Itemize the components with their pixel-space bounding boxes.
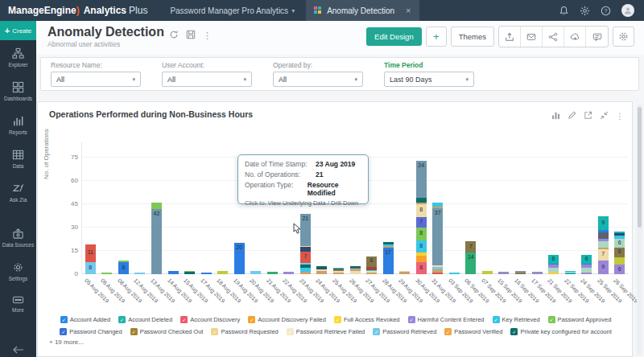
bar-segment-tan[interactable] bbox=[333, 273, 344, 274]
bar-18-aug-2019[interactable] bbox=[217, 271, 228, 274]
bar-segment-olive[interactable] bbox=[614, 257, 625, 265]
bar-segment-red[interactable]: 11 bbox=[85, 244, 96, 261]
sidebar-item-settings[interactable]: Settings bbox=[0, 254, 36, 288]
sidebar-item-more[interactable]: More bbox=[0, 288, 36, 319]
bar-segment-darkgray[interactable] bbox=[598, 232, 609, 239]
bar-segment-purple[interactable] bbox=[581, 273, 592, 274]
bar-segment-pink[interactable]: 8 bbox=[416, 262, 427, 274]
bar-22-aug-2019[interactable] bbox=[283, 272, 294, 274]
themes-button[interactable]: Themes bbox=[451, 27, 494, 47]
bar-14-aug-2019[interactable] bbox=[168, 271, 179, 274]
legend-checkbox-icon[interactable]: ✓ bbox=[60, 328, 67, 335]
bar-segment-tan[interactable] bbox=[316, 271, 327, 274]
bar-25-aug-2019[interactable] bbox=[333, 268, 344, 274]
tab-close-icon[interactable]: × bbox=[406, 6, 411, 15]
bar-segment-mint[interactable]: 6 bbox=[614, 239, 625, 248]
bar-segment-green[interactable] bbox=[151, 203, 162, 209]
legend-item-password-checked-out[interactable]: ✓Password Checked Out bbox=[130, 328, 204, 335]
bar-05-aug-2019[interactable]: 118 bbox=[85, 244, 96, 274]
sidebar-collapse-arrow-icon[interactable] bbox=[0, 346, 36, 354]
email-button[interactable] bbox=[521, 27, 543, 47]
bar-26-aug-2019[interactable] bbox=[350, 266, 361, 274]
legend-checkbox-icon[interactable]: ✓ bbox=[493, 316, 500, 323]
publish-cloud-button[interactable] bbox=[564, 27, 586, 47]
bar-segment-teal[interactable]: 9 bbox=[598, 216, 609, 230]
bar-segment-tan[interactable] bbox=[366, 273, 377, 274]
bar-24-sep-2019[interactable]: 6 bbox=[581, 255, 592, 274]
operated-by-select[interactable]: All▾ bbox=[273, 72, 363, 87]
comments-button[interactable] bbox=[586, 27, 608, 47]
legend-checkbox-icon[interactable]: ✓ bbox=[118, 316, 126, 323]
legend-checkbox-icon[interactable]: ✓ bbox=[373, 328, 380, 335]
legend-item-password-approved[interactable]: ✓Password Approved bbox=[548, 316, 612, 323]
edit-pencil-icon[interactable] bbox=[568, 109, 576, 123]
bar-segment-yellow[interactable] bbox=[548, 273, 559, 274]
sidebar-item-reports[interactable]: Reports bbox=[0, 108, 36, 142]
bar-07-sep-2019[interactable] bbox=[482, 271, 493, 274]
bar-06-aug-2019[interactable] bbox=[101, 273, 112, 274]
user-avatar[interactable] bbox=[621, 4, 634, 17]
bar-15-aug-2019[interactable] bbox=[184, 271, 195, 274]
legend-item-account-added[interactable]: ✓Account Added bbox=[60, 316, 110, 323]
bar-segment-orange[interactable] bbox=[416, 256, 427, 262]
bar-segment-indigo[interactable]: 7 bbox=[416, 217, 427, 228]
bar-segment-purple[interactable] bbox=[498, 273, 509, 274]
bar-segment-slate[interactable]: 37 bbox=[432, 208, 443, 266]
collapse-icon[interactable] bbox=[600, 109, 609, 123]
bar-20-aug-2019[interactable] bbox=[250, 271, 261, 274]
legend-more-link[interactable]: + 19 more... bbox=[49, 339, 84, 346]
bar-12-aug-2019[interactable] bbox=[134, 273, 145, 274]
bar-segment-teal[interactable]: 6 bbox=[581, 255, 592, 265]
bar-13-aug-2019[interactable]: 42 bbox=[151, 203, 162, 274]
bar-segment-tan[interactable] bbox=[399, 272, 410, 274]
bar-segment-khaki[interactable]: 6 bbox=[366, 256, 377, 266]
help-icon[interactable]: ? bbox=[601, 6, 611, 16]
bar-26-sep-2019[interactable]: 666 bbox=[614, 232, 625, 274]
legend-item-full-access-revoked[interactable]: ✓Full Access Revoked bbox=[334, 316, 400, 323]
bar-segment-green[interactable]: 8 bbox=[416, 228, 427, 240]
legend-checkbox-icon[interactable]: ✓ bbox=[444, 328, 452, 335]
bar-segment-cream[interactable]: 8 bbox=[416, 204, 427, 216]
bar-segment-purple[interactable] bbox=[283, 272, 294, 274]
bar-segment-slate[interactable]: 24 bbox=[416, 161, 427, 198]
legend-item-harmful-content-entered[interactable]: ✓Harmful Content Entered bbox=[408, 316, 485, 323]
legend-item-password-verified[interactable]: ✓Password Verified bbox=[444, 328, 502, 335]
bar-segment-emerald[interactable] bbox=[267, 272, 278, 274]
sidebar-item-explorer[interactable]: Explorer bbox=[0, 40, 36, 74]
notifications-bell-icon[interactable] bbox=[559, 6, 569, 16]
bar-segment-darkteal[interactable] bbox=[184, 272, 195, 274]
bar-segment-khaki[interactable] bbox=[515, 273, 526, 274]
bar-27-aug-2019[interactable]: 6 bbox=[366, 256, 377, 274]
bar-21-sep-2019[interactable]: 6 bbox=[548, 255, 559, 274]
legend-checkbox-icon[interactable]: ✓ bbox=[180, 316, 188, 323]
bar-segment-lightblue[interactable]: 8 bbox=[85, 262, 96, 274]
legend-checkbox-icon[interactable]: ✓ bbox=[211, 328, 218, 335]
bar-segment-teal[interactable] bbox=[565, 273, 576, 274]
bar-17-sep-2019[interactable] bbox=[532, 272, 543, 274]
workspace-dropdown[interactable]: Password Manager Pro Analytics ▾ bbox=[170, 6, 295, 15]
bar-30-aug-2019[interactable]: 2487888 bbox=[416, 161, 427, 274]
user-account-select[interactable]: All▾ bbox=[162, 72, 252, 87]
legend-checkbox-icon[interactable]: ✓ bbox=[287, 328, 294, 335]
chart-menu-kebab-icon[interactable]: ⋮ bbox=[616, 112, 624, 121]
legend-item-account-discovery-failed[interactable]: ✓Account Discovery Failed bbox=[248, 316, 326, 323]
bar-segment-olive[interactable] bbox=[217, 271, 228, 274]
bar-segment-purple[interactable]: 6 bbox=[614, 265, 625, 274]
bar-segment-teal[interactable]: 6 bbox=[548, 255, 559, 265]
bar-segment-blue[interactable] bbox=[201, 273, 212, 274]
time-period-select[interactable]: Last 90 Days▾ bbox=[384, 72, 474, 87]
bar-segment-mint[interactable] bbox=[598, 241, 609, 248]
bar-segment-olive[interactable] bbox=[482, 271, 493, 274]
bar-segment-blue[interactable]: 17 bbox=[383, 248, 394, 274]
bar-segment-cyan[interactable] bbox=[449, 273, 460, 274]
bar-segment-lightblue[interactable] bbox=[134, 273, 145, 274]
legend-checkbox-icon[interactable]: ✓ bbox=[408, 316, 415, 323]
bar-segment-purple[interactable] bbox=[532, 273, 543, 274]
legend-item-private-key-configured-for-account[interactable]: ✓Private key configured for account bbox=[510, 328, 611, 335]
edit-design-button[interactable]: Edit Design bbox=[366, 27, 422, 46]
bar-segment-cyan[interactable]: 8 bbox=[416, 240, 427, 252]
tab-anomaly-detection[interactable]: Anomaly Detection × bbox=[306, 0, 419, 21]
bar-19-aug-2019[interactable]: 20 bbox=[234, 243, 245, 274]
legend-item-account-discovery[interactable]: ✓Account Discovery bbox=[180, 316, 240, 323]
bar-segment-slate[interactable]: 42 bbox=[151, 209, 162, 274]
